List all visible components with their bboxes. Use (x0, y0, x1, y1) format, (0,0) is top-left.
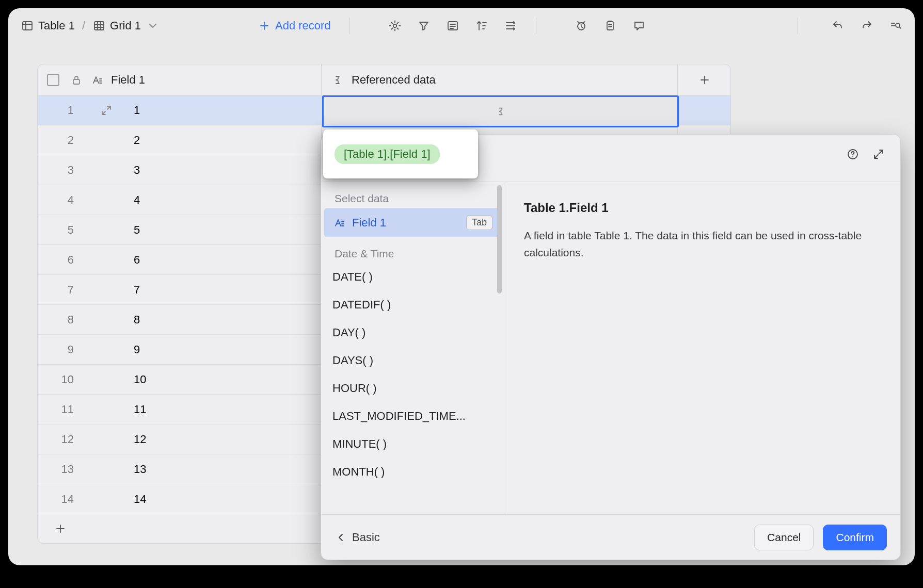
cell-field1[interactable]: 7 (129, 275, 322, 304)
help-icon[interactable] (846, 147, 860, 161)
expand-row-icon (84, 155, 129, 185)
cancel-button[interactable]: Cancel (754, 525, 814, 550)
breadcrumb-separator: / (82, 19, 85, 32)
formula-editor-popover: Select data Field 1 Tab Date & Time DATE… (321, 134, 901, 560)
cell-trailing (678, 95, 731, 125)
suggestion-function[interactable]: HOUR( ) (321, 374, 504, 402)
expand-row-icon (84, 305, 129, 334)
back-label: Basic (352, 531, 380, 544)
expand-icon[interactable] (871, 147, 886, 161)
expand-row-icon (84, 245, 129, 274)
cell-field1[interactable]: 8 (129, 305, 322, 334)
cell-field1[interactable]: 2 (129, 125, 322, 155)
svg-rect-0 (23, 22, 32, 30)
section-select-data: Select data (321, 182, 504, 208)
cell-field1[interactable]: 13 (129, 454, 322, 484)
row-number: 11 (38, 395, 84, 424)
row-number: 3 (38, 155, 84, 185)
formula-icon (494, 105, 507, 118)
cell-field1[interactable]: 10 (129, 365, 322, 394)
suggestion-function[interactable]: LAST_MODIFIED_TIME... (321, 402, 504, 430)
filter-icon[interactable] (417, 19, 431, 32)
expand-row-icon (84, 185, 129, 215)
svg-point-2 (393, 24, 396, 27)
comment-icon[interactable] (632, 19, 646, 32)
confirm-label: Confirm (836, 531, 874, 544)
table-icon (21, 19, 34, 32)
toolbar-divider (349, 18, 350, 34)
cancel-label: Cancel (767, 531, 801, 544)
expand-row-icon (84, 395, 129, 424)
suggestion-function[interactable]: DAYS( ) (321, 347, 504, 374)
formula-reference-chip[interactable]: [Table 1].[Field 1] (335, 144, 440, 164)
toolbar: Table 1 / Grid 1 Add reco (8, 8, 915, 43)
breadcrumb-view[interactable]: Grid 1 (92, 19, 160, 32)
confirm-button[interactable]: Confirm (823, 525, 887, 550)
cell-field1[interactable]: 9 (129, 335, 322, 364)
suggestion-function[interactable]: MINUTE( ) (321, 430, 504, 458)
row-number: 13 (38, 454, 84, 484)
back-button[interactable]: Basic (335, 531, 380, 544)
cell-field1[interactable]: 6 (129, 245, 322, 274)
suggestion-function[interactable]: DATE( ) (321, 263, 504, 291)
row-number: 2 (38, 125, 84, 155)
add-field-button[interactable] (678, 64, 731, 95)
expand-row-icon (84, 335, 129, 364)
redo-icon[interactable] (860, 19, 873, 32)
expand-row-icon[interactable] (84, 95, 129, 125)
cell-field1[interactable]: 11 (129, 395, 322, 424)
suggestion-field1[interactable]: Field 1 Tab (324, 208, 501, 237)
row-height-icon[interactable] (504, 19, 517, 32)
row-number: 10 (38, 365, 84, 394)
suggestion-function[interactable]: DAY( ) (321, 319, 504, 347)
reminder-icon[interactable] (575, 19, 588, 32)
popover-footer: Basic Cancel Confirm (321, 514, 900, 560)
sort-icon[interactable] (475, 19, 488, 32)
settings-icon[interactable] (388, 19, 402, 32)
expand-row-icon (84, 275, 129, 304)
cell-field1[interactable]: 3 (129, 155, 322, 185)
grid-view-icon (92, 19, 106, 32)
svg-rect-7 (73, 79, 79, 84)
find-icon[interactable] (889, 19, 902, 32)
grid-header: Field 1 Referenced data (38, 64, 730, 95)
add-record-label: Add record (275, 19, 331, 32)
undo-icon[interactable] (831, 19, 845, 32)
suggestion-function[interactable]: DATEDIF( ) (321, 291, 504, 319)
breadcrumb-table[interactable]: Table 1 (21, 19, 75, 32)
suggestion-function[interactable]: MONTH( ) (321, 458, 504, 486)
suggestion-list: Select data Field 1 Tab Date & Time DATE… (321, 182, 504, 514)
cell-field1[interactable]: 14 (129, 484, 322, 514)
grid-header-field1[interactable]: Field 1 (38, 64, 322, 95)
scrollbar[interactable] (497, 185, 502, 293)
clipboard-icon[interactable] (603, 19, 617, 32)
column-referenced-label: Referenced data (352, 73, 436, 87)
svg-rect-5 (607, 22, 613, 30)
add-record-button[interactable]: Add record (258, 19, 331, 32)
active-formula-cell[interactable] (322, 95, 679, 127)
toolbar-misc-group (575, 19, 646, 32)
cell-field1[interactable]: 1 (129, 95, 322, 125)
expand-row-icon (84, 454, 129, 484)
group-icon[interactable] (446, 19, 459, 32)
cell-field1[interactable]: 4 (129, 185, 322, 215)
suggestion-detail: Table 1.Field 1 A field in table Table 1… (504, 182, 900, 514)
suggestion-field1-label: Field 1 (352, 216, 386, 230)
expand-row-icon (84, 365, 129, 394)
expand-row-icon (84, 125, 129, 155)
expand-row-icon (84, 424, 129, 454)
cell-field1[interactable]: 12 (129, 424, 322, 454)
formula-token-preview: [Table 1].[Field 1] (323, 129, 478, 178)
row-number: 14 (38, 484, 84, 514)
grid-header-referenced[interactable]: Referenced data (322, 64, 678, 95)
formula-icon (331, 73, 344, 87)
expand-row-icon (84, 215, 129, 244)
select-all-checkbox[interactable] (47, 74, 59, 86)
lock-icon (70, 73, 83, 87)
row-number: 7 (38, 275, 84, 304)
breadcrumb-view-label: Grid 1 (110, 19, 141, 32)
app-window: Table 1 / Grid 1 Add reco (8, 8, 915, 565)
row-number: 4 (38, 185, 84, 215)
cell-field1[interactable]: 5 (129, 215, 322, 244)
toolbar-right-group (784, 18, 902, 34)
